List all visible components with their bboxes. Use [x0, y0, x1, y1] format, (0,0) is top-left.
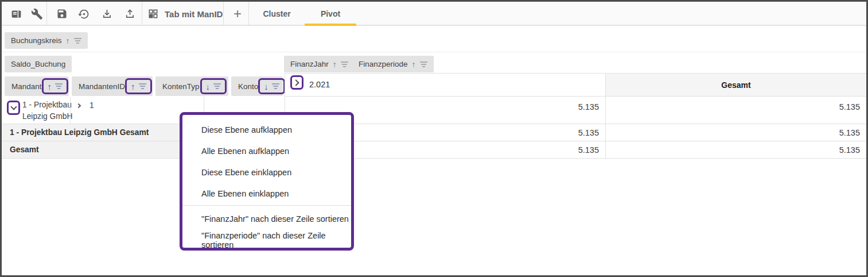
field-chip-label: Buchungskreis: [11, 36, 62, 45]
field-chip-label: FinanzJahr: [290, 60, 329, 68]
column-group-label: 2.021: [309, 80, 330, 89]
sort-desc-icon[interactable]: ↓: [264, 82, 268, 91]
filter-icon[interactable]: [74, 38, 81, 44]
field-chip-saldo-buchung[interactable]: Saldo_Buchung: [5, 56, 72, 72]
filter-icon[interactable]: [139, 83, 146, 89]
field-chip-label: MandantenID: [79, 82, 125, 91]
menu-item-expand-this-level[interactable]: Diese Ebene aufklappen: [182, 119, 351, 140]
download-icon: [101, 8, 113, 20]
toolbar-separator: [142, 2, 142, 26]
sort-asc-icon[interactable]: ↑: [66, 37, 70, 45]
row-label: 1 - Projektbau Leipzig GmbH: [22, 99, 75, 122]
tab-with-manid-label: Tab mit ManID: [165, 9, 223, 19]
add-tab-button[interactable]: +: [227, 3, 248, 25]
section-divider: [2, 52, 866, 52]
filter-icon[interactable]: [341, 61, 348, 67]
filter-icon[interactable]: [420, 61, 427, 67]
field-chip-kontentyp[interactable]: KontenTyp ↓: [155, 76, 228, 96]
sort-asc-icon[interactable]: ↑: [131, 82, 135, 91]
collapse-row-button[interactable]: [7, 101, 20, 115]
field-chip-label: Finanzperiode: [359, 60, 408, 68]
value-cell: 5.135: [605, 141, 866, 159]
field-chip-finanzjahr[interactable]: FinanzJahr ↑: [284, 56, 355, 72]
field-chip-konto[interactable]: Konto ↓: [231, 76, 283, 96]
field-chip-buchungskreis[interactable]: Buchungskreis ↑: [5, 32, 88, 49]
chevron-down-icon: [10, 103, 17, 110]
tab-cluster[interactable]: Cluster: [249, 2, 305, 26]
plus-icon: +: [233, 6, 242, 22]
column-divider: [70, 97, 71, 124]
sort-desc-icon[interactable]: ↓: [206, 82, 211, 91]
history-restore-icon: [78, 8, 90, 20]
menu-item-collapse-all-levels[interactable]: Alle Ebenen einklappen: [182, 183, 351, 204]
field-chip-label: Konto: [238, 82, 258, 91]
toolbar-separator: [223, 2, 224, 26]
view-list-button[interactable]: [5, 3, 27, 25]
restore-button[interactable]: [73, 3, 95, 25]
sort-asc-icon[interactable]: ↑: [412, 60, 416, 68]
kontentyp-sort-filter-box[interactable]: ↓: [200, 78, 227, 94]
pivot-app: Tab mit ManID + Cluster Pivot Buchungskr…: [2, 2, 866, 275]
tab-with-manid-button[interactable]: Tab mit ManID: [147, 3, 223, 25]
settings-button[interactable]: [26, 3, 48, 25]
active-tab-underline: [305, 24, 356, 26]
dashboard-icon: [147, 8, 159, 20]
toolbar-separator: [46, 2, 47, 26]
field-chip-mandant[interactable]: Mandant ↑: [5, 76, 69, 96]
menu-divider: [182, 205, 351, 206]
sort-asc-icon[interactable]: ↑: [48, 82, 52, 91]
menu-item-expand-all-levels[interactable]: Alle Ebenen aufklappen: [182, 140, 351, 161]
sort-asc-icon[interactable]: ↑: [333, 60, 337, 68]
field-chip-finanzperiode[interactable]: Finanzperiode ↑: [352, 56, 434, 72]
field-chip-label: Mandant: [11, 82, 42, 91]
context-menu: Diese Ebene aufklappen Alle Ebenen aufkl…: [180, 112, 354, 251]
upload-icon: [124, 8, 136, 20]
field-chip-mandantenid[interactable]: MandantenID ↑: [72, 76, 153, 96]
field-chip-label: Saldo_Buchung: [11, 60, 65, 68]
value-cell: 5.135: [605, 124, 866, 141]
mandant-sort-filter-box[interactable]: ↑: [42, 78, 69, 94]
menu-item-sort-finanzperiode[interactable]: "Finanzperiode" nach dieser Zeile sortie…: [182, 229, 351, 251]
expand-column-group-button[interactable]: [290, 75, 303, 90]
chevron-right-icon: [293, 79, 299, 86]
filter-icon[interactable]: [55, 83, 63, 89]
tab-pivot-label: Pivot: [321, 9, 340, 18]
view-list-icon: [10, 8, 22, 20]
window-frame: Tab mit ManID + Cluster Pivot Buchungskr…: [0, 0, 868, 277]
tab-cluster-label: Cluster: [263, 9, 290, 18]
menu-item-sort-finanzjahr[interactable]: "FinanzJahr" nach dieser Zeile sortieren: [182, 208, 351, 229]
grand-total-column-header: Gesamt: [605, 73, 866, 97]
grand-total-header-label: Gesamt: [721, 80, 750, 90]
menu-item-collapse-this-level[interactable]: Diese Ebene einklappen: [182, 161, 351, 183]
save-button[interactable]: [51, 3, 73, 25]
child-row-label: 1: [89, 101, 94, 110]
download-button[interactable]: [96, 3, 118, 25]
column-group-header-2021: 2.021: [285, 73, 605, 97]
konto-sort-filter-box[interactable]: ↓: [258, 78, 285, 94]
save-icon: [56, 8, 68, 20]
upload-button[interactable]: [119, 3, 141, 25]
field-chip-label: KontenTyp: [162, 82, 200, 91]
expand-child-chevron-right-icon[interactable]: [76, 103, 81, 108]
tab-pivot[interactable]: Pivot: [305, 2, 356, 26]
filter-icon[interactable]: [272, 83, 279, 89]
toolbar: Tab mit ManID + Cluster Pivot: [2, 2, 866, 26]
mandantenid-sort-filter-box[interactable]: ↑: [125, 78, 152, 94]
filter-icon[interactable]: [213, 83, 221, 89]
value-cell: 5.135: [605, 97, 866, 124]
wrench-icon: [31, 8, 43, 20]
